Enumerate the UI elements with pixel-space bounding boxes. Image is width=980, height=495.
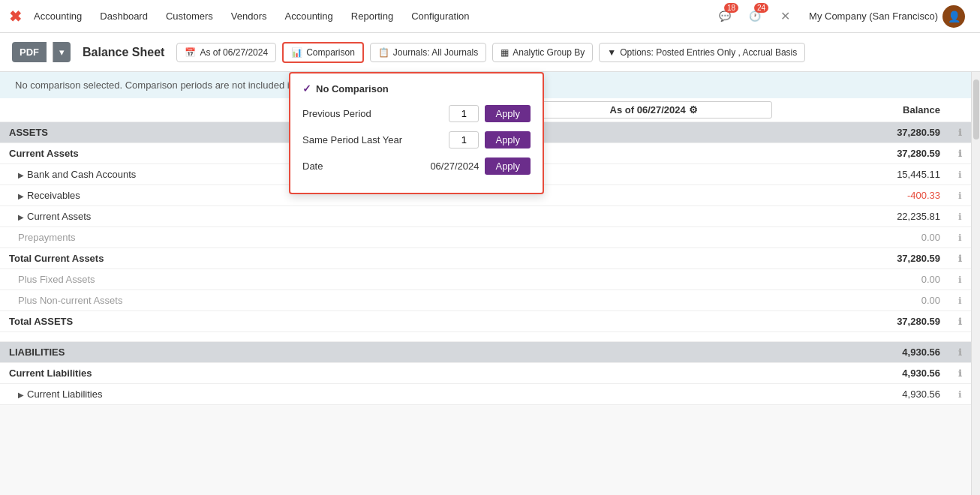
expand-icon[interactable]: ▶ xyxy=(18,171,24,179)
info-icon[interactable]: ℹ xyxy=(958,170,962,180)
row-total-current-assets-label: Total Current Assets xyxy=(0,248,533,269)
dropdown-header-label: No Comparison xyxy=(316,83,389,94)
table-row: Plus Fixed Assets 0.00 ℹ xyxy=(0,269,971,290)
previous-period-label: Previous Period xyxy=(302,108,449,119)
analytic-filter[interactable]: ▦ Analytic Group By xyxy=(492,43,593,62)
row-current-assets2-label: ▶Current Assets xyxy=(0,206,533,227)
row-current-assets-date xyxy=(533,143,775,164)
top-navigation: ✖ Accounting Dashboard Customers Vendors… xyxy=(0,0,980,33)
company-name: My Company (San Francisco) xyxy=(809,10,938,22)
comparison-label: Comparison xyxy=(306,47,355,58)
close-button[interactable]: ✕ xyxy=(773,4,797,28)
chat-button[interactable]: 💬 18 xyxy=(713,4,737,28)
info-icon[interactable]: ℹ xyxy=(958,368,962,379)
row-current-liabilities2-date xyxy=(533,384,775,405)
pdf-dropdown-button[interactable]: ▾ xyxy=(53,42,71,62)
pdf-button[interactable]: PDF xyxy=(12,42,47,62)
info-icon[interactable]: ℹ xyxy=(958,347,962,358)
row-total-assets-date xyxy=(533,311,775,332)
table-row: Total ASSETS 37,280.59 ℹ xyxy=(0,311,971,332)
settings-icon[interactable]: ⚙ xyxy=(689,104,698,116)
table-row: Current Liabilities 4,930.56 ℹ xyxy=(0,363,971,384)
dropdown-header: ✓ No Comparison xyxy=(302,82,531,94)
toolbar: PDF ▾ Balance Sheet 📅 As of 06/27/2024 📊… xyxy=(0,33,980,72)
comparison-dropdown: ✓ No Comparison Previous Period Apply Sa… xyxy=(289,72,544,194)
row-total-current-assets-date xyxy=(533,248,775,269)
row-current-liabilities-date xyxy=(533,363,775,384)
activity-button[interactable]: 🕐 24 xyxy=(743,4,767,28)
chart-icon: 📊 xyxy=(291,47,302,58)
row-fixed-assets-balance: 0.00 xyxy=(775,269,949,290)
journals-filter[interactable]: 📋 Journals: All Journals xyxy=(370,43,486,62)
nav-accounting[interactable]: Accounting xyxy=(26,6,89,26)
scrollbar[interactable] xyxy=(971,72,980,495)
nav-customers[interactable]: Customers xyxy=(158,6,221,26)
row-current-liabilities2-label: ▶Current Liabilities xyxy=(0,384,533,405)
row-noncurrent-assets-label: Plus Non-current Assets xyxy=(0,290,533,311)
row-bank-balance: 15,445.11 xyxy=(775,164,949,185)
section-liabilities-balance: 4,930.56 xyxy=(775,342,949,363)
row-noncurrent-assets-balance: 0.00 xyxy=(775,290,949,311)
info-icon[interactable]: ℹ xyxy=(958,212,962,222)
previous-period-apply-button[interactable]: Apply xyxy=(485,105,531,122)
date-apply-button[interactable]: Apply xyxy=(485,158,531,175)
table-row: Prepayments 0.00 ℹ xyxy=(0,227,971,248)
info-icon[interactable]: ℹ xyxy=(958,274,962,285)
section-assets-balance: 37,280.59 xyxy=(775,122,949,143)
col-header-date: As of 06/27/2024 ⚙ xyxy=(533,98,775,122)
info-icon[interactable]: ℹ xyxy=(958,296,962,306)
info-icon[interactable]: ℹ xyxy=(958,232,962,243)
row-prepayments-date xyxy=(533,227,775,248)
journal-icon: 📋 xyxy=(378,47,389,58)
section-assets-date-val xyxy=(533,122,775,143)
same-period-apply-button[interactable]: Apply xyxy=(485,131,531,148)
row-prepayments-balance: 0.00 xyxy=(775,227,949,248)
options-label: Options: Posted Entries Only , Accrual B… xyxy=(620,47,797,58)
info-icon[interactable]: ℹ xyxy=(958,254,962,264)
table-spacer xyxy=(0,332,971,342)
comparison-filter[interactable]: 📊 Comparison xyxy=(282,42,364,63)
user-avatar: 👤 xyxy=(942,5,965,28)
same-period-input[interactable] xyxy=(449,131,479,148)
nav-vendors[interactable]: Vendors xyxy=(224,6,275,26)
row-current-assets2-balance: 22,235.81 xyxy=(775,206,949,227)
previous-period-input[interactable] xyxy=(449,105,479,122)
row-total-current-assets-balance: 37,280.59 xyxy=(775,248,949,269)
nav-dashboard[interactable]: Dashboard xyxy=(92,6,155,26)
comparison-row-date: Date 06/27/2024 Apply xyxy=(302,158,531,175)
check-icon: ✓ xyxy=(302,82,311,94)
analytic-label: Analytic Group By xyxy=(513,47,585,58)
row-current-assets2-date xyxy=(533,206,775,227)
calendar-icon: 📅 xyxy=(185,47,196,58)
comparison-row-previous: Previous Period Apply xyxy=(302,105,531,122)
activity-badge: 24 xyxy=(754,3,768,13)
comparison-row-same-period: Same Period Last Year Apply xyxy=(302,131,531,148)
date-label: Date xyxy=(302,160,430,172)
row-current-liabilities-label: Current Liabilities xyxy=(0,363,533,384)
expand-icon[interactable]: ▶ xyxy=(18,391,24,399)
row-fixed-assets-label: Plus Fixed Assets xyxy=(0,269,533,290)
info-icon[interactable]: ℹ xyxy=(958,128,962,138)
as-of-filter[interactable]: 📅 As of 06/27/2024 xyxy=(176,43,276,62)
row-total-assets-label: Total ASSETS xyxy=(0,311,533,332)
scrollbar-thumb[interactable] xyxy=(973,80,979,140)
nav-accounting[interactable]: Accounting xyxy=(278,6,341,26)
info-icon[interactable]: ℹ xyxy=(958,316,962,327)
company-selector[interactable]: My Company (San Francisco) 👤 xyxy=(803,2,971,31)
section-name-liabilities: LIABILITIES xyxy=(0,342,533,363)
section-liabilities-date-val xyxy=(533,342,775,363)
nav-reporting[interactable]: Reporting xyxy=(344,6,401,26)
table-row: Plus Non-current Assets 0.00 ℹ xyxy=(0,290,971,311)
chat-badge: 18 xyxy=(724,3,738,13)
info-icon[interactable]: ℹ xyxy=(958,190,962,201)
date-col-label: As of 06/27/2024 xyxy=(610,104,686,116)
nav-configuration[interactable]: Configuration xyxy=(404,6,476,26)
row-current-liabilities-balance: 4,930.56 xyxy=(775,363,949,384)
info-icon[interactable]: ℹ xyxy=(958,148,962,159)
expand-icon[interactable]: ▶ xyxy=(18,192,24,200)
expand-icon[interactable]: ▶ xyxy=(18,213,24,221)
options-filter[interactable]: ▼ Options: Posted Entries Only , Accrual… xyxy=(599,43,805,62)
info-icon[interactable]: ℹ xyxy=(958,389,962,400)
table-row: ▶Current Assets 22,235.81 ℹ xyxy=(0,206,971,227)
row-bank-date xyxy=(533,164,775,185)
